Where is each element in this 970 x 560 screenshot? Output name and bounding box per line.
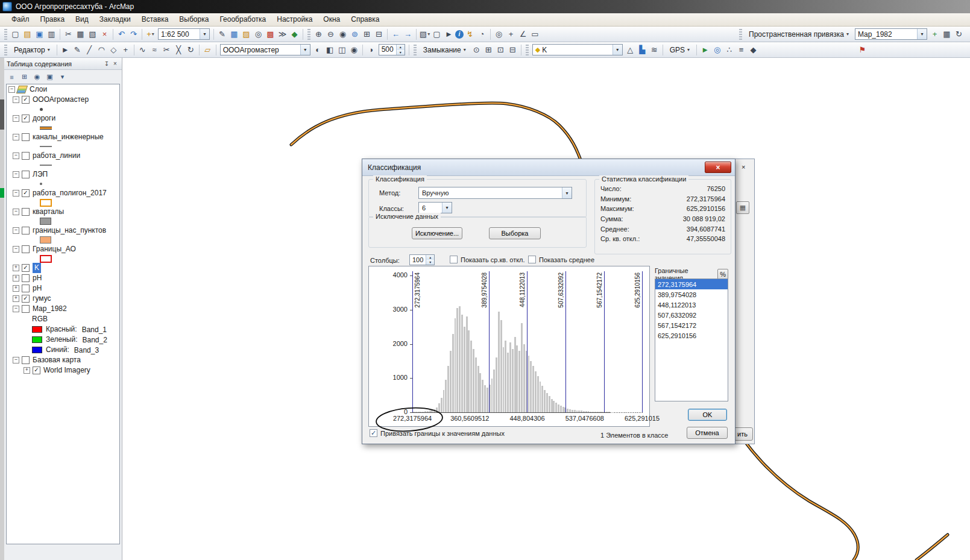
- gps-streaming-icon[interactable]: ≡: [735, 44, 747, 55]
- arctoolbox-icon[interactable]: ▩: [265, 28, 276, 40]
- search-window-icon[interactable]: ◎: [253, 28, 264, 40]
- menu-Файл[interactable]: Файл: [6, 13, 35, 26]
- cut-polygons-icon[interactable]: ✂: [161, 44, 172, 55]
- end-snapping-icon[interactable]: ⊞: [483, 44, 494, 55]
- layer-label[interactable]: работа_линии: [33, 151, 80, 161]
- list-by-selection-icon[interactable]: ▣: [44, 71, 55, 83]
- layer-label[interactable]: кварталы: [33, 207, 64, 217]
- gps-log-points-icon[interactable]: ∴: [723, 44, 735, 55]
- paste-icon[interactable]: ▧: [87, 28, 98, 40]
- layer-checkbox[interactable]: ✓: [22, 264, 30, 272]
- break-value-item[interactable]: 567,1542172: [655, 320, 728, 330]
- menu-Закладки[interactable]: Закладки: [94, 13, 136, 26]
- chevron-down-icon[interactable]: ▾: [562, 187, 572, 198]
- spinner-up-icon[interactable]: ▴: [426, 255, 434, 260]
- layer-checkbox[interactable]: ✓: [22, 189, 30, 197]
- effects-layer-icon[interactable]: ◧: [324, 44, 336, 55]
- layer-label[interactable]: Слои: [30, 84, 47, 95]
- layer-checkbox[interactable]: [22, 274, 30, 282]
- window-titlebar[interactable]: ООО Агропрогрессахтуба - ArcMap: [0, 0, 970, 13]
- menu-Вид[interactable]: Вид: [70, 13, 94, 26]
- class-break-line[interactable]: [489, 271, 490, 412]
- open-folder-icon[interactable]: ▤: [22, 28, 33, 40]
- find-icon[interactable]: ◎: [493, 28, 505, 40]
- zoom-in-icon[interactable]: ⊕: [313, 28, 324, 40]
- spinner-up-icon[interactable]: ▴: [397, 45, 405, 50]
- layer-checkbox[interactable]: [22, 285, 30, 292]
- class-break-line[interactable]: [604, 271, 605, 412]
- break-value-item[interactable]: 625,2910156: [655, 330, 728, 341]
- close-icon[interactable]: ×: [111, 60, 119, 67]
- layer-checkbox[interactable]: [22, 208, 30, 216]
- georef-layer-combo[interactable]: Map_1982▾: [855, 28, 927, 40]
- show-std-checkbox[interactable]: [450, 256, 458, 263]
- menu-Геообработка[interactable]: Геообработка: [214, 13, 271, 26]
- chevron-down-icon[interactable]: ▾: [200, 29, 209, 39]
- gps-connect-icon[interactable]: ►: [699, 44, 711, 55]
- cancel-button[interactable]: Отмена: [687, 427, 728, 439]
- gps-menu[interactable]: GPS▾: [666, 44, 694, 56]
- expand-toggle[interactable]: −: [13, 227, 19, 234]
- pin-icon[interactable]: ↧: [102, 60, 111, 67]
- band-color-chip[interactable]: [32, 347, 42, 353]
- break-value-item[interactable]: 272,3175964: [655, 279, 728, 289]
- georeferencing-menu[interactable]: Пространственная привязка▾: [745, 28, 853, 40]
- class-break-line[interactable]: [527, 271, 528, 412]
- reshape-feature-icon[interactable]: ≈: [149, 44, 160, 55]
- undo-icon[interactable]: ↶: [116, 28, 127, 40]
- flicker-icon[interactable]: ◉: [348, 44, 360, 55]
- expand-toggle[interactable]: −: [8, 86, 15, 93]
- toolbar-grip[interactable]: [4, 45, 7, 55]
- back-extent-icon[interactable]: ←: [390, 28, 402, 40]
- break-value-item[interactable]: 448,1122013: [655, 300, 728, 310]
- edge-snapping-icon[interactable]: ⊟: [507, 44, 518, 55]
- layer-label[interactable]: pH: [33, 283, 42, 294]
- layer-label[interactable]: RGB: [32, 314, 48, 324]
- chevron-down-icon[interactable]: ▾: [442, 203, 452, 213]
- vertex-snapping-icon[interactable]: ⊡: [495, 44, 506, 55]
- create-features-icon[interactable]: ▱: [202, 44, 213, 55]
- new-document-icon[interactable]: ▢: [10, 28, 21, 40]
- legend-symbol-line-road[interactable]: [40, 127, 52, 130]
- contour-icon[interactable]: ≋: [649, 44, 660, 55]
- legend-symbol-rect-gray[interactable]: [40, 218, 51, 225]
- expand-toggle[interactable]: +: [13, 265, 19, 271]
- histogram-icon[interactable]: ▙: [637, 44, 648, 55]
- toolbar-grip[interactable]: [4, 29, 7, 40]
- expand-toggle[interactable]: −: [13, 171, 19, 178]
- chevron-down-icon[interactable]: ▾: [300, 45, 310, 55]
- rotate-tool-icon[interactable]: ↻: [185, 44, 197, 55]
- expand-toggle[interactable]: +: [13, 275, 19, 282]
- snapping-menu[interactable]: Замыкание▾: [419, 44, 470, 56]
- band-color-chip[interactable]: [32, 326, 42, 333]
- chevron-down-icon[interactable]: ▾: [613, 45, 622, 55]
- cut-icon[interactable]: ✂: [63, 28, 74, 40]
- split-tool-icon[interactable]: ╳: [173, 44, 184, 55]
- interpolate-icon[interactable]: △: [625, 44, 636, 55]
- expand-toggle[interactable]: −: [13, 134, 19, 140]
- spinner-arrows[interactable]: ▴▾: [396, 45, 405, 55]
- edit-vertices-icon[interactable]: ∿: [137, 44, 148, 55]
- classes-combo[interactable]: 6 ▾: [418, 202, 452, 213]
- target-layer-combo[interactable]: ОООАгромастер▾: [220, 44, 310, 55]
- layer-checkbox[interactable]: ✓: [22, 96, 30, 104]
- toc-options-icon[interactable]: ▾: [57, 71, 68, 83]
- legend-symbol-rect-salmon[interactable]: [40, 236, 51, 244]
- expand-toggle[interactable]: +: [24, 367, 30, 374]
- class-break-line[interactable]: [642, 271, 643, 412]
- layer-checkbox[interactable]: [22, 227, 30, 234]
- class-break-line[interactable]: [565, 271, 566, 412]
- class-break-line[interactable]: [412, 271, 413, 412]
- clear-selection-icon[interactable]: ▢: [431, 28, 442, 40]
- layer-label[interactable]: гумус: [33, 294, 51, 304]
- layer-label[interactable]: pH: [33, 273, 42, 283]
- flicker-rate-spinner[interactable]: 500▴▾: [379, 44, 405, 55]
- forward-extent-icon[interactable]: →: [402, 28, 414, 40]
- exclusion-button[interactable]: Исключение...: [412, 227, 462, 239]
- add-data-icon[interactable]: +▾: [145, 28, 156, 40]
- gps-destination-icon[interactable]: ◆: [748, 44, 759, 55]
- menu-Настройка[interactable]: Настройка: [271, 13, 318, 26]
- expand-toggle[interactable]: −: [13, 96, 19, 103]
- legend-symbol-point[interactable]: [40, 108, 43, 111]
- select-by-rectangle-icon[interactable]: ▧▾: [419, 28, 430, 40]
